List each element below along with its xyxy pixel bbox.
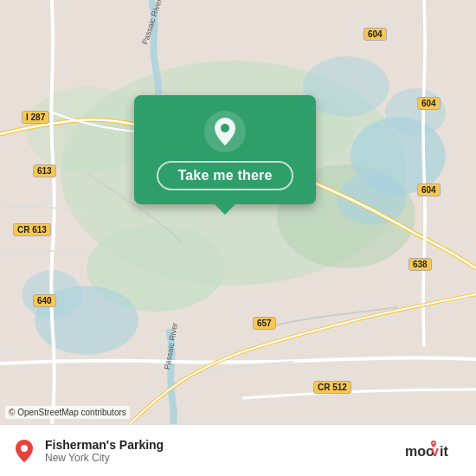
svg-text:v: v xyxy=(431,444,439,459)
map-container: I 287 613 CR 613 640 604 604 604 638 657… xyxy=(0,0,476,424)
popup-card: Take me there xyxy=(134,95,316,204)
location-pin-icon xyxy=(204,111,246,152)
road-label-cr512: CR 512 xyxy=(313,381,351,394)
road-label-657: 657 xyxy=(253,317,276,330)
svg-text:it: it xyxy=(440,444,448,459)
road-label-cr613: CR 613 xyxy=(13,223,51,236)
bottom-title: Fisherman's Parking xyxy=(45,438,398,452)
road-label-604c: 604 xyxy=(417,183,441,196)
svg-point-5 xyxy=(26,87,147,173)
bottom-location-icon xyxy=(10,437,38,465)
bottom-text: Fisherman's Parking New York City xyxy=(45,438,398,464)
svg-point-9 xyxy=(385,88,446,137)
bottom-subtitle: New York City xyxy=(45,452,398,464)
svg-point-8 xyxy=(303,56,389,117)
osm-attribution: © OpenStreetMap contributors xyxy=(5,406,130,419)
svg-point-14 xyxy=(21,445,28,452)
svg-text:moo: moo xyxy=(405,444,434,459)
road-label-604b: 604 xyxy=(417,97,441,110)
road-label-640: 640 xyxy=(33,294,56,307)
svg-point-13 xyxy=(221,124,229,132)
moovit-logo: moo v it xyxy=(405,441,466,461)
road-label-638: 638 xyxy=(408,258,432,271)
bottom-bar: Fisherman's Parking New York City moo v … xyxy=(0,424,476,476)
svg-point-18 xyxy=(433,441,434,443)
road-label-613: 613 xyxy=(33,164,56,177)
take-me-there-button[interactable]: Take me there xyxy=(157,161,293,190)
road-label-i287: I 287 xyxy=(22,111,49,124)
road-label-604a: 604 xyxy=(363,28,387,41)
